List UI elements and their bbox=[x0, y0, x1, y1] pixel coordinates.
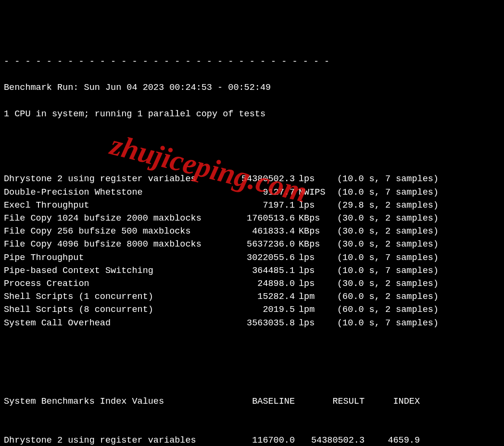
benchmark-unit: KBps bbox=[295, 225, 328, 238]
benchmark-timing: (10.0 s, 7 samples) bbox=[328, 251, 500, 264]
blank-line bbox=[4, 134, 500, 147]
index-result: 54380502.3 bbox=[295, 434, 365, 446]
benchmark-results-block: Dhrystone 2 using register variables5438… bbox=[4, 173, 500, 329]
cpu-info-line: 1 CPU in system; running 1 parallel copy… bbox=[4, 108, 500, 121]
benchmark-unit: lpm bbox=[295, 290, 328, 303]
benchmark-result-row: File Copy 256 bufsize 500 maxblocks46183… bbox=[4, 225, 500, 238]
index-header-row: System Benchmarks Index Values BASELINE … bbox=[4, 395, 500, 408]
index-header-baseline: BASELINE bbox=[211, 395, 295, 408]
benchmark-name: File Copy 256 bufsize 500 maxblocks bbox=[4, 225, 211, 238]
benchmark-value: 1760513.6 bbox=[211, 212, 295, 225]
benchmark-name: Double-Precision Whetstone bbox=[4, 186, 211, 199]
benchmark-value: 24898.0 bbox=[211, 277, 295, 290]
benchmark-unit: MWIPS bbox=[295, 186, 328, 199]
blank-line bbox=[4, 356, 500, 369]
benchmark-value: 364485.1 bbox=[211, 264, 295, 277]
benchmark-name: Process Creation bbox=[4, 277, 211, 290]
benchmark-unit: KBps bbox=[295, 212, 328, 225]
benchmark-unit: lps bbox=[295, 173, 328, 186]
benchmark-timing: (10.0 s, 7 samples) bbox=[328, 264, 500, 277]
benchmark-name: Pipe-based Context Switching bbox=[4, 264, 211, 277]
benchmark-timing: (10.0 s, 7 samples) bbox=[328, 317, 500, 330]
benchmark-value: 3563035.8 bbox=[211, 317, 295, 330]
index-header-index: INDEX bbox=[365, 395, 420, 408]
benchmark-result-row: Shell Scripts (1 concurrent)15282.4lpm(6… bbox=[4, 290, 500, 303]
index-header-result: RESULT bbox=[295, 395, 365, 408]
benchmark-result-row: System Call Overhead3563035.8lps(10.0 s,… bbox=[4, 317, 500, 330]
benchmark-unit: lpm bbox=[295, 303, 328, 316]
benchmark-result-row: Pipe Throughput3022055.6lps(10.0 s, 7 sa… bbox=[4, 251, 500, 264]
benchmark-name: Pipe Throughput bbox=[4, 251, 211, 264]
benchmark-result-row: Shell Scripts (8 concurrent)2019.5lpm(60… bbox=[4, 303, 500, 316]
benchmark-unit: KBps bbox=[295, 238, 328, 251]
divider-line: - - - - - - - - - - - - - - - - - - - - … bbox=[4, 55, 500, 68]
benchmark-timing: (29.8 s, 2 samples) bbox=[328, 199, 500, 212]
benchmark-unit: lps bbox=[295, 277, 328, 290]
benchmark-name: Shell Scripts (8 concurrent) bbox=[4, 303, 211, 316]
benchmark-timing: (30.0 s, 2 samples) bbox=[328, 238, 500, 251]
benchmark-value: 54380502.3 bbox=[211, 173, 295, 186]
benchmark-run-line: Benchmark Run: Sun Jun 04 2023 00:24:53 … bbox=[4, 81, 500, 94]
benchmark-value: 3022055.6 bbox=[211, 251, 295, 264]
benchmark-timing: (30.0 s, 2 samples) bbox=[328, 212, 500, 225]
benchmark-timing: (60.0 s, 2 samples) bbox=[328, 303, 500, 316]
benchmark-value: 9127.7 bbox=[211, 186, 295, 199]
benchmark-timing: (30.0 s, 2 samples) bbox=[328, 225, 500, 238]
benchmark-result-row: Execl Throughput7197.1lps(29.8 s, 2 samp… bbox=[4, 199, 500, 212]
benchmark-result-row: File Copy 1024 bufsize 2000 maxblocks176… bbox=[4, 212, 500, 225]
benchmark-name: File Copy 1024 bufsize 2000 maxblocks bbox=[4, 212, 211, 225]
benchmark-value: 461833.4 bbox=[211, 225, 295, 238]
benchmark-result-row: File Copy 4096 bufsize 8000 maxblocks563… bbox=[4, 238, 500, 251]
index-name: Dhrystone 2 using register variables bbox=[4, 434, 211, 446]
benchmark-timing: (30.0 s, 2 samples) bbox=[328, 277, 500, 290]
benchmark-result-row: Process Creation24898.0lps(30.0 s, 2 sam… bbox=[4, 277, 500, 290]
index-baseline: 116700.0 bbox=[211, 434, 295, 446]
benchmark-timing: (60.0 s, 2 samples) bbox=[328, 290, 500, 303]
benchmark-unit: lps bbox=[295, 199, 328, 212]
benchmark-result-row: Dhrystone 2 using register variables5438… bbox=[4, 173, 500, 186]
benchmark-indices-block: Dhrystone 2 using register variables1167… bbox=[4, 434, 500, 446]
benchmark-unit: lps bbox=[295, 264, 328, 277]
benchmark-value: 15282.4 bbox=[211, 290, 295, 303]
benchmark-value: 5637236.0 bbox=[211, 238, 295, 251]
index-value: 4659.9 bbox=[365, 434, 420, 446]
benchmark-unit: lps bbox=[295, 317, 328, 330]
benchmark-timing: (10.0 s, 7 samples) bbox=[328, 173, 500, 186]
benchmark-name: File Copy 4096 bufsize 8000 maxblocks bbox=[4, 238, 211, 251]
benchmark-name: Dhrystone 2 using register variables bbox=[4, 173, 211, 186]
benchmark-unit: lps bbox=[295, 251, 328, 264]
index-header-title: System Benchmarks Index Values bbox=[4, 395, 211, 408]
benchmark-result-row: Double-Precision Whetstone9127.7MWIPS(10… bbox=[4, 186, 500, 199]
benchmark-name: Execl Throughput bbox=[4, 199, 211, 212]
benchmark-result-row: Pipe-based Context Switching364485.1lps(… bbox=[4, 264, 500, 277]
benchmark-index-row: Dhrystone 2 using register variables1167… bbox=[4, 434, 500, 446]
benchmark-value: 7197.1 bbox=[211, 199, 295, 212]
benchmark-timing: (10.0 s, 7 samples) bbox=[328, 186, 500, 199]
benchmark-name: Shell Scripts (1 concurrent) bbox=[4, 290, 211, 303]
benchmark-value: 2019.5 bbox=[211, 303, 295, 316]
benchmark-name: System Call Overhead bbox=[4, 317, 211, 330]
